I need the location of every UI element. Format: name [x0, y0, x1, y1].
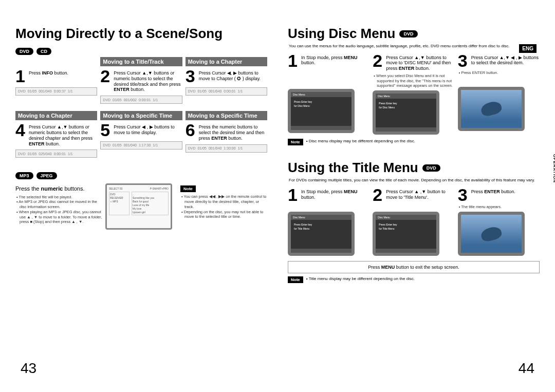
title-menu-steps: 1 In Stop mode, press MENU button. Disc … — [288, 187, 540, 256]
cd-pill: CD — [36, 48, 51, 55]
step-5: Moving to a Specific Time 5 Press Cursor… — [100, 111, 182, 158]
tv-screen-dolphin — [458, 87, 525, 131]
tv-screen: Disc Menu Press Enter keyfor Disc Menu — [373, 90, 439, 135]
info-bar: DVD01/05001/0400:00:371/1 — [15, 87, 97, 96]
disc-menu-note: Note • Disc menu display may be differen… — [288, 139, 540, 145]
step-num: 1 — [15, 68, 27, 84]
page-spread: Moving Directly to a Scene/Song DVD CD .… — [0, 0, 555, 392]
tv-screen: Disc Menu Press Enter keyfor Title Menu — [373, 212, 439, 256]
mp3-pill: MP3 — [15, 172, 33, 179]
tv-screen-dolphin — [458, 212, 525, 256]
bottom-bullets: The selected file will be played. An MP3… — [15, 195, 102, 225]
note-bullets: You can press ◀◀ , ▶▶ on the remote cont… — [180, 194, 267, 219]
disc-menu-title: Using Disc Menu DVD — [288, 26, 540, 42]
step-6: Moving to a Specific Time 6 Press the nu… — [186, 111, 267, 158]
disc-step-3: 3 Press Cursor ▲,▼ ◀ , ▶ buttons to sele… — [458, 53, 540, 135]
dvd-pill: DVD — [399, 30, 417, 38]
title-menu-title: Using the Title Menu DVD — [288, 160, 540, 176]
title-step-2: 2 Press Cursor ▲ ,▼ button to move to 'T… — [373, 187, 454, 256]
tv-screen: Disc Menu Press Enter keyfor Disc Menu — [288, 89, 355, 133]
info-bar: DVD01/05025/0400:00:011/1 — [15, 150, 97, 158]
left-page-number: 43 — [21, 360, 36, 377]
dvd-pill: DVD — [15, 48, 33, 55]
top-pills: DVD CD — [15, 48, 267, 55]
tv-screen: Disc Menu Press Enter keyfor Title Menu — [288, 212, 355, 256]
title-menu-note: Note • Title menu display may be differe… — [288, 276, 540, 283]
disc-menu-steps: 1 In Stop mode, press MENU button. Disc … — [288, 53, 540, 135]
step-text: Press — [29, 70, 42, 76]
info-bar: DVD03/05001/0020:00:011/1 — [100, 96, 182, 104]
step-1: . 1 Press INFO button. DVD01/05001/0400:… — [15, 57, 97, 104]
step-row-2: Moving to a Chapter 4 Press Cursor ▲,▼ b… — [15, 111, 267, 158]
disc-step-2: 2 Press Cursor ▲,▼ buttons to move to 'D… — [373, 53, 454, 135]
operation-side-label: OPERATION — [552, 154, 555, 183]
info-bar: DVD01/05001/0401:17:301/1 — [100, 141, 182, 150]
disc-menu-intro: You can use the menus for the audio lang… — [289, 44, 540, 49]
info-bar: DVD01/05001/0401:30:001/1 — [186, 144, 267, 153]
jpeg-pill: JPEG — [36, 172, 57, 179]
bottom-pills: MP3 JPEG — [15, 172, 267, 179]
bottom-row: Press the numeric buttons. The selected … — [15, 181, 267, 230]
note-label: Note — [180, 185, 196, 192]
left-page-title: Moving Directly to a Scene/Song — [15, 26, 267, 42]
step-2: Moving to a Title/Track 2 Press Cursor ▲… — [100, 57, 182, 104]
right-page: Using Disc Menu DVD You can use the menu… — [288, 26, 540, 382]
exit-note: Press MENU button to exit the setup scre… — [288, 261, 540, 273]
info-bar: DVD01/05001/0400:00:011/1 — [186, 87, 267, 96]
dvd-pill: DVD — [422, 164, 440, 172]
disc-step-1: 1 In Stop mode, press MENU button. Disc … — [288, 53, 369, 135]
step-4: Moving to a Chapter 4 Press Cursor ▲,▼ b… — [15, 111, 97, 158]
title-step-3: 3 Press ENTER button. The title menu app… — [458, 187, 540, 256]
left-page: Moving Directly to a Scene/Song DVD CD .… — [15, 26, 267, 382]
title-menu-intro: For DVDs containing multiple titles, you… — [289, 178, 540, 183]
title-step-1: 1 In Stop mode, press MENU button. Disc … — [288, 187, 369, 256]
right-page-number: 44 — [519, 360, 534, 377]
step-row-1: . 1 Press INFO button. DVD01/05001/0400:… — [15, 57, 267, 104]
file-browser: SELECT 03P-SMART+PRO DVD RECEIVER♫ MP3 .… — [105, 183, 172, 230]
step-3: Moving to a Chapter 3 Press Cursor ◀, ▶ … — [186, 57, 267, 104]
